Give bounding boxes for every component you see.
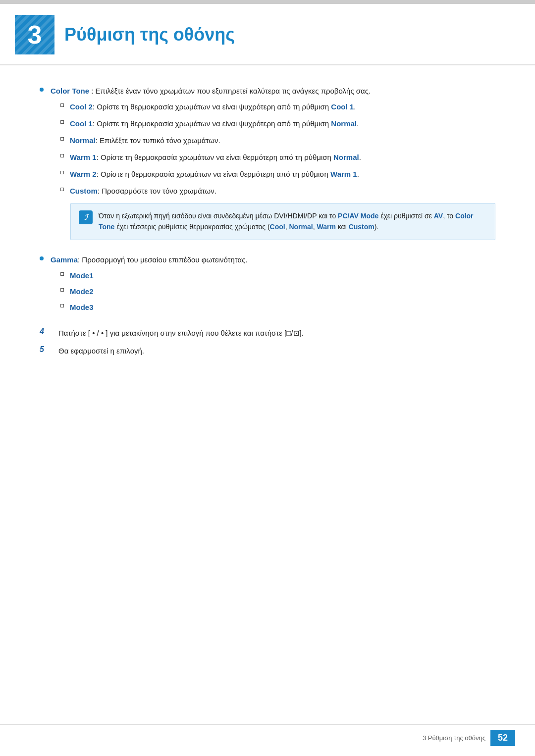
note-text-mid2: , το xyxy=(443,212,455,220)
note-text: Όταν η εξωτερική πηγή εισόδου είναι συνδ… xyxy=(99,210,487,233)
sub-item-custom: Custom: Προσαρμόστε τον τόνο χρωμάτων. xyxy=(51,185,495,197)
chapter-number-box: 3 xyxy=(15,15,54,54)
note-end: ). xyxy=(374,223,379,231)
normal-label: Normal xyxy=(70,136,96,145)
sub-list-color-tone: Cool 2: Ορίστε τη θερμοκρασία χρωμάτων ν… xyxy=(51,101,495,197)
bullet-dot-gamma xyxy=(40,256,44,260)
normal-text: : Επιλέξτε τον τυπικό τόνο χρωμάτων. xyxy=(96,136,220,145)
note-warm-label: Warm xyxy=(317,223,335,231)
note-and: και xyxy=(336,223,349,231)
steps-container: 4 Πατήστε [ • / • ] για μετακίνηση στην … xyxy=(40,327,495,357)
gamma-mode2-item: Mode2 xyxy=(51,286,495,298)
gamma-square xyxy=(60,272,64,276)
footer: 3 Ρύθμιση της οθόνης 52 xyxy=(0,724,535,746)
cool1-text: : Ορίστε τη θερμοκρασία χρωμάτων να είνα… xyxy=(93,119,331,128)
sub-text-warm2: Warm 2: Ορίστε η θερμοκρασία χρωμάτων να… xyxy=(70,168,495,180)
step4-number: 4 xyxy=(40,327,54,336)
sub-item-cool1: Cool 1: Ορίστε τη θερμοκρασία χρωμάτων ν… xyxy=(51,118,495,130)
note-normal-label: Normal xyxy=(289,223,313,231)
chapter-title: Ρύθμιση της οθόνης xyxy=(64,24,235,45)
bullet-dot xyxy=(40,88,44,92)
warm2-label: Warm 2 xyxy=(70,170,97,178)
gamma-mode3: Mode3 xyxy=(70,302,94,313)
warm1-label: Warm 1 xyxy=(70,153,97,161)
top-stripe xyxy=(0,0,535,4)
sub-square xyxy=(60,103,64,107)
cool1-end: . xyxy=(357,119,359,128)
chapter-header: 3 Ρύθμιση της οθόνης xyxy=(0,0,535,65)
cool2-label: Cool 2 xyxy=(70,102,93,111)
sub-text-normal: Normal: Επιλέξτε τον τυπικό τόνο χρωμάτω… xyxy=(70,135,495,147)
warm2-text: : Ορίστε η θερμοκρασία χρωμάτων να είναι… xyxy=(97,170,330,178)
gamma-mode3-item: Mode3 xyxy=(51,302,495,313)
custom-text: : Προσαρμόστε τον τόνο χρωμάτων. xyxy=(98,187,216,195)
sub-square xyxy=(60,120,64,124)
warm1-end: . xyxy=(359,153,361,161)
sub-item-warm2: Warm 2: Ορίστε η θερμοκρασία χρωμάτων να… xyxy=(51,168,495,180)
gamma-desc: : Προσαρμογή του μεσαίου επιπέδου φωτειν… xyxy=(78,255,248,264)
gamma-square xyxy=(60,288,64,292)
custom-label: Custom xyxy=(70,187,98,195)
sub-square xyxy=(60,154,64,157)
color-tone-label: Color Tone xyxy=(51,87,89,95)
sub-text-cool1: Cool 1: Ορίστε τη θερμοκρασία χρωμάτων ν… xyxy=(70,118,495,130)
note-custom-label: Custom xyxy=(349,223,374,231)
bullet-text-color-tone: Color Tone : Επιλέξτε έναν τόνο χρωμάτων… xyxy=(51,85,495,246)
bullet-list: Color Tone : Επιλέξτε έναν τόνο χρωμάτων… xyxy=(40,85,495,317)
note-av-label: AV xyxy=(434,212,443,220)
color-tone-desc: : Επιλέξτε έναν τόνο χρωμάτων που εξυπηρ… xyxy=(89,87,371,95)
step4-text: Πατήστε [ • / • ] για μετακίνηση στην επ… xyxy=(58,327,495,339)
note-text-before: Όταν η εξωτερική πηγή εισόδου είναι συνδ… xyxy=(99,212,338,220)
gamma-mode2: Mode2 xyxy=(70,286,94,298)
note-pcav-label: PC/AV Mode xyxy=(338,212,378,220)
chapter-number: 3 xyxy=(28,20,42,50)
sub-text-warm1: Warm 1: Ορίστε τη θερμοκρασία χρωμάτων ν… xyxy=(70,151,495,163)
note-box: ℐ Όταν η εξωτερική πηγή εισόδου είναι συ… xyxy=(70,203,495,240)
sub-square xyxy=(60,188,64,191)
gamma-mode1: Mode1 xyxy=(70,270,94,282)
step5: 5 Θα εφαρμοστεί η επιλογή. xyxy=(40,345,495,357)
warm1-text: : Ορίστε τη θερμοκρασία χρωμάτων να είνα… xyxy=(97,153,333,161)
step5-number: 5 xyxy=(40,345,54,354)
note-icon: ℐ xyxy=(79,210,93,224)
bullet-item-gamma: Gamma: Προσαρμογή του μεσαίου επιπέδου φ… xyxy=(40,254,495,317)
sub-item-cool2: Cool 2: Ορίστε τη θερμοκρασία χρωμάτων ν… xyxy=(51,101,495,113)
step5-text: Θα εφαρμοστεί η επιλογή. xyxy=(58,345,495,357)
cool2-ref: Cool 1 xyxy=(331,102,354,111)
gamma-mode1-item: Mode1 xyxy=(51,270,495,282)
gamma-label: Gamma xyxy=(51,255,78,264)
note-cool-label: Cool xyxy=(270,223,285,231)
cool2-text: : Ορίστε τη θερμοκρασία χρωμάτων να είνα… xyxy=(93,102,331,111)
footer-page-number: 52 xyxy=(490,730,515,746)
cool1-label: Cool 1 xyxy=(70,119,93,128)
warm2-ref: Warm 1 xyxy=(330,170,357,178)
sub-item-normal: Normal: Επιλέξτε τον τυπικό τόνο χρωμάτω… xyxy=(51,135,495,147)
note-text-mid3: έχει τέσσερις ρυθμίσεις θερμοκρασίας χρώ… xyxy=(114,223,269,231)
gamma-square xyxy=(60,304,64,307)
sub-square xyxy=(60,137,64,141)
bullet-item-color-tone: Color Tone : Επιλέξτε έναν τόνο χρωμάτων… xyxy=(40,85,495,246)
main-content: Color Tone : Επιλέξτε έναν τόνο χρωμάτων… xyxy=(0,85,535,393)
sub-text-cool2: Cool 2: Ορίστε τη θερμοκρασία χρωμάτων ν… xyxy=(70,101,495,113)
sub-square xyxy=(60,171,64,174)
gamma-sub-list: Mode1 Mode2 Mode3 xyxy=(51,270,495,313)
sub-item-warm1: Warm 1: Ορίστε τη θερμοκρασία χρωμάτων ν… xyxy=(51,151,495,163)
cool2-end: . xyxy=(354,102,356,111)
footer-chapter-label: 3 Ρύθμιση της οθόνης xyxy=(423,734,485,742)
bullet-text-gamma: Gamma: Προσαρμογή του μεσαίου επιπέδου φ… xyxy=(51,254,495,317)
cool1-ref: Normal xyxy=(331,119,357,128)
warm2-end: . xyxy=(357,170,359,178)
warm1-ref: Normal xyxy=(333,153,359,161)
step4: 4 Πατήστε [ • / • ] για μετακίνηση στην … xyxy=(40,327,495,339)
sub-text-custom: Custom: Προσαρμόστε τον τόνο χρωμάτων. xyxy=(70,185,495,197)
note-text-mid1: έχει ρυθμιστεί σε xyxy=(378,212,434,220)
